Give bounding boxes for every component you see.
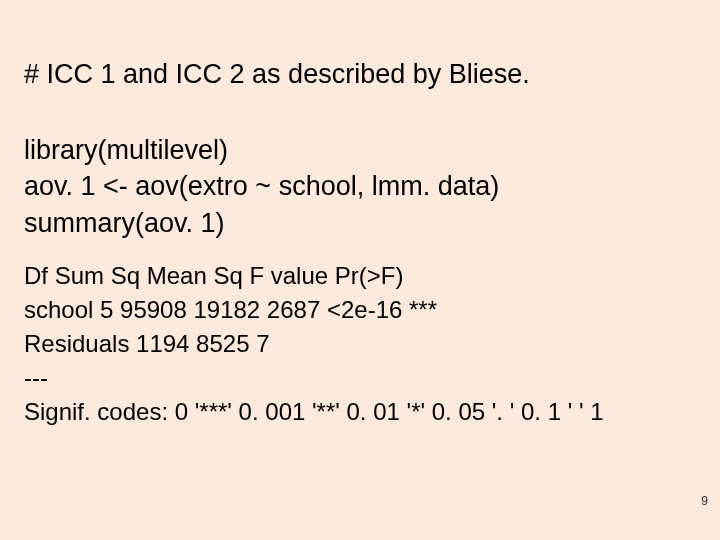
code-line: summary(aov. 1) — [24, 205, 696, 241]
output-line: --- — [24, 361, 696, 395]
page-number: 9 — [701, 494, 708, 508]
output-line: Df Sum Sq Mean Sq F value Pr(>F) — [24, 259, 696, 293]
code-block: library(multilevel) aov. 1 <- aov(extro … — [24, 132, 696, 241]
slide: # ICC 1 and ICC 2 as described by Bliese… — [0, 0, 720, 540]
code-line: aov. 1 <- aov(extro ~ school, lmm. data) — [24, 168, 696, 204]
code-line: library(multilevel) — [24, 132, 696, 168]
output-line: Signif. codes: 0 '***' 0. 001 '**' 0. 01… — [24, 395, 696, 429]
output-block: Df Sum Sq Mean Sq F value Pr(>F) school … — [24, 259, 696, 429]
slide-title: # ICC 1 and ICC 2 as described by Bliese… — [24, 58, 696, 92]
output-line: Residuals 1194 8525 7 — [24, 327, 696, 361]
output-line: school 5 95908 19182 2687 <2e-16 *** — [24, 293, 696, 327]
